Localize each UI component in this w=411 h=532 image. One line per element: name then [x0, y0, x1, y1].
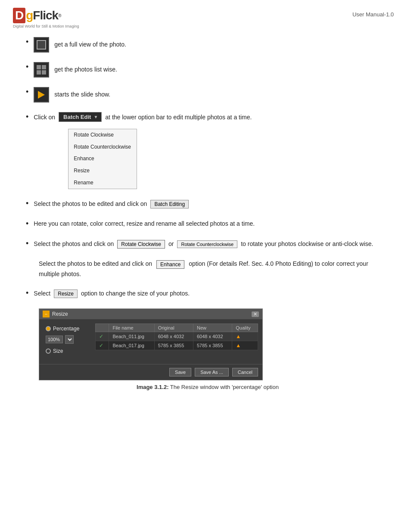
row1-quality: ▲ [232, 332, 258, 341]
resize-body: Percentage ▼ Size [39, 319, 262, 364]
rotate-text3: to rotate your photos clockwise or anti-… [241, 239, 373, 249]
check-icon-1: ✓ [99, 333, 103, 339]
dropdown-item-enhance[interactable]: Enhance [68, 153, 137, 165]
resize-data-table: File name Original New Quality ✓ Beach_0… [95, 324, 258, 350]
bullet-dot-6: • [26, 220, 28, 227]
bullet-dot-4: • [26, 113, 28, 121]
bullet-item-listwise: • get the photos list wise. [26, 62, 389, 78]
grid-cell-2 [42, 65, 46, 69]
percentage-radio-selected-icon[interactable] [46, 326, 51, 331]
percent-dropdown[interactable]: ▼ [65, 335, 74, 344]
percent-input[interactable] [46, 336, 63, 343]
rotate-info-text: Here you can rotate, color correct, resi… [34, 219, 255, 229]
logo-d-letter: D [13, 8, 25, 23]
listwise-grid-icon [37, 65, 46, 75]
listwise-text: get the photos list wise. [54, 65, 117, 75]
enhance-paragraph: Select the photos to be edited and click… [39, 259, 389, 280]
content: • get a full view of the photo. • [0, 33, 411, 403]
percentage-label: Percentage [53, 326, 79, 332]
row2-check: ✓ [96, 341, 109, 350]
bullet-item-selectedit: • Select the photos to be edited and cli… [26, 199, 389, 209]
table-row: ✓ Beach_017.jpg 5785 x 3855 5785 x 3855 … [96, 341, 258, 350]
enhance-prefix: Select the photos to be edited and click… [39, 260, 152, 267]
logo-tagline: Digital World for Still & Motion Imaging [13, 24, 79, 28]
resize-prefix: Select [34, 288, 50, 299]
col-original: Original [154, 324, 193, 332]
image-caption-label: Image 3.1.2: [137, 384, 168, 390]
resize-cancel-button[interactable]: Cancel [232, 368, 258, 376]
row2-quality: ▲ [232, 341, 258, 350]
select-edit-text: Select the photos to be edited and click… [34, 199, 147, 209]
dropdown-item-rotate-ccw[interactable]: Rotate Counterclockwise [68, 141, 137, 153]
bullet-list: • get a full view of the photo. • [26, 37, 389, 249]
bullet-dot-resize: • [26, 289, 28, 297]
bullet-item-fullview: • get a full view of the photo. [26, 37, 389, 53]
grid-cell-4 [42, 70, 46, 75]
logo-g-letter: g [26, 9, 33, 22]
rotate-text2: Select the photos and click on [34, 239, 114, 249]
resize-titlebar-left: ↔ Resize [43, 311, 68, 317]
batchedit-prefix: Click on [34, 112, 55, 123]
logo-container: DgFlick® Digital World for Still & Motio… [13, 8, 79, 28]
row2-original: 5785 x 3855 [154, 341, 193, 350]
check-icon-2: ✓ [99, 342, 103, 348]
table-row: ✓ Beach_011.jpg 6048 x 4032 6048 x 4032 … [96, 332, 258, 341]
size-radio-option: Size [46, 348, 89, 354]
dropdown-item-rename[interactable]: Rename [68, 177, 137, 189]
col-filename: File name [109, 324, 154, 332]
logo: DgFlick® [13, 8, 79, 23]
batch-edit-label: Batch Edit [63, 114, 91, 120]
batch-edit-button[interactable]: Batch Edit ▼ [59, 112, 102, 122]
logo-registered: ® [58, 13, 61, 18]
size-label: Size [53, 348, 63, 354]
manual-version: User Manual-1.0 [352, 8, 394, 18]
row2-new: 5785 x 3855 [193, 341, 232, 350]
resize-close-button[interactable]: ✕ [252, 311, 259, 317]
rotate-clockwise-button[interactable]: Rotate Clockwise [117, 240, 165, 249]
col-new: New [193, 324, 232, 332]
resize-button[interactable]: Resize [54, 289, 78, 298]
bullet-item-slideshow: • starts the slide show. [26, 87, 389, 103]
quality-icon-2: ▲ [236, 342, 241, 348]
bullet-dot-7: • [26, 240, 28, 247]
resize-footer: Save Save As ... Cancel [39, 364, 262, 380]
resize-save-button[interactable]: Save [169, 368, 191, 376]
play-triangle-icon [38, 91, 45, 99]
batch-editing-btn[interactable]: Batch Editing [150, 200, 189, 208]
resize-window-screenshot: ↔ Resize ✕ Percentage ▼ [39, 308, 263, 380]
bullet-item-batchedit: • Click on Batch Edit ▼ at the lower opt… [26, 112, 389, 189]
bullet-dot-5: • [26, 199, 28, 207]
logo-flick-text: Flick [33, 9, 58, 22]
dropdown-item-resize[interactable]: Resize [68, 165, 137, 177]
resize-table: File name Original New Quality ✓ Beach_0… [95, 324, 258, 360]
col-check [96, 324, 109, 332]
row1-new: 6048 x 4032 [193, 332, 232, 341]
col-quality: Quality [232, 324, 258, 332]
enhance-button[interactable]: Enhance [156, 260, 184, 269]
resize-window-title: Resize [52, 311, 68, 317]
bullet-item-resize: • Select Resize option to change the siz… [26, 288, 389, 299]
resize-titlebar: ↔ Resize ✕ [39, 309, 262, 319]
bullet-dot-1: • [26, 38, 28, 46]
slideshow-icon [34, 87, 49, 103]
row1-filename: Beach_011.jpg [109, 332, 154, 341]
bullet-dot-2: • [26, 63, 28, 71]
bullet-dot-3: • [26, 88, 28, 96]
rotate-counterclockwise-button[interactable]: Rotate Counterclockwise [177, 240, 237, 248]
resize-save-as-button[interactable]: Save As ... [195, 368, 229, 376]
slideshow-text: starts the slide show. [54, 90, 110, 100]
size-radio-icon[interactable] [46, 348, 51, 354]
grid-cell-3 [37, 70, 41, 75]
batch-edit-arrow-icon: ▼ [93, 115, 98, 119]
batch-edit-dropdown: Rotate Clockwise Rotate Counterclockwise… [68, 129, 137, 189]
grid-cell-1 [37, 65, 41, 69]
fullview-text: get a full view of the photo. [54, 40, 126, 50]
row1-check: ✓ [96, 332, 109, 341]
resize-suffix: option to change the size of your photos… [81, 288, 190, 299]
resize-window-icon: ↔ [43, 311, 50, 317]
resize-left-panel: Percentage ▼ Size [44, 324, 91, 360]
image-caption-desc: The Resize window with 'percentage' opti… [170, 384, 279, 390]
dropdown-item-rotate-cw[interactable]: Rotate Clockwise [68, 129, 137, 141]
image-caption: Image 3.1.2: The Resize window with 'per… [26, 384, 389, 390]
quality-icon-1: ▲ [236, 333, 241, 339]
